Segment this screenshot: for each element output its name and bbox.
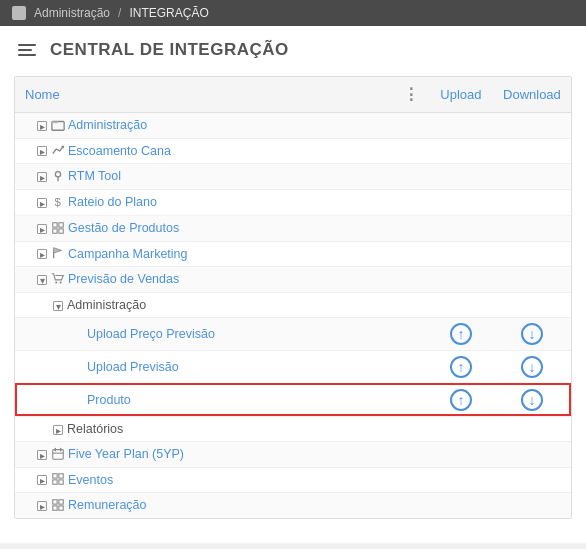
row-link[interactable]: Five Year Plan (5YP) bbox=[68, 447, 184, 461]
table-row: Upload Preço Previsão↑↓ bbox=[15, 317, 571, 350]
page-title: CENTRAL DE INTEGRAÇÃO bbox=[18, 40, 568, 60]
list-icon bbox=[18, 44, 36, 56]
expand-icon[interactable]: ▾ bbox=[37, 275, 47, 285]
breadcrumb-item-1[interactable]: Administração bbox=[34, 6, 110, 20]
row-upload-cell bbox=[429, 138, 493, 164]
download-button[interactable]: ↓ bbox=[521, 356, 543, 378]
svg-rect-14 bbox=[59, 474, 63, 478]
svg-text:$: $ bbox=[55, 196, 62, 208]
table-row[interactable]: Produto↑↓ bbox=[15, 383, 571, 416]
expand-icon[interactable]: ▸ bbox=[37, 146, 47, 156]
row-name-cell: ▸Relatórios bbox=[15, 416, 393, 441]
row-upload-cell bbox=[429, 113, 493, 139]
download-button[interactable]: ↓ bbox=[521, 323, 543, 345]
row-dots-cell bbox=[393, 493, 429, 518]
table-row: ▸Relatórios bbox=[15, 416, 571, 441]
row-link[interactable]: Upload Preço Previsão bbox=[87, 327, 215, 341]
row-link[interactable]: Escoamento Cana bbox=[68, 144, 171, 158]
svg-point-1 bbox=[55, 172, 60, 177]
row-link[interactable]: Administração bbox=[68, 118, 147, 132]
col-header-dots[interactable]: ⋮ bbox=[393, 77, 429, 113]
row-dots-cell bbox=[393, 416, 429, 441]
row-upload-cell bbox=[429, 267, 493, 293]
svg-rect-16 bbox=[59, 480, 63, 484]
upload-button[interactable]: ↑ bbox=[450, 323, 472, 345]
expand-icon[interactable]: ▸ bbox=[53, 425, 63, 435]
row-dots-cell bbox=[393, 215, 429, 241]
row-download-cell bbox=[493, 416, 571, 441]
row-upload-cell bbox=[429, 493, 493, 518]
row-link[interactable]: Produto bbox=[87, 393, 131, 407]
row-upload-cell bbox=[429, 441, 493, 467]
row-name-cell: Upload Preço Previsão bbox=[15, 317, 393, 350]
home-icon bbox=[12, 6, 26, 20]
expand-icon[interactable]: ▸ bbox=[37, 121, 47, 131]
svg-rect-4 bbox=[59, 222, 63, 226]
page-title-bar: CENTRAL DE INTEGRAÇÃO bbox=[0, 26, 586, 70]
table-row: Upload Previsão↑↓ bbox=[15, 350, 571, 383]
row-download-cell: ↓ bbox=[493, 317, 571, 350]
download-button[interactable]: ↓ bbox=[521, 389, 543, 411]
row-dots-cell bbox=[393, 441, 429, 467]
svg-rect-17 bbox=[53, 500, 57, 504]
svg-rect-5 bbox=[53, 228, 57, 232]
integration-table: Nome ⋮ Upload Download ▸Administração▸Es… bbox=[14, 76, 572, 519]
row-link[interactable]: Eventos bbox=[68, 473, 113, 487]
expand-icon[interactable]: ▸ bbox=[37, 450, 47, 460]
upload-button[interactable]: ↑ bbox=[450, 356, 472, 378]
row-name-cell: ▸Administração bbox=[15, 113, 393, 139]
expand-icon[interactable]: ▸ bbox=[37, 172, 47, 182]
row-name-cell: ▸RTM Tool bbox=[15, 164, 393, 190]
expand-icon[interactable]: ▾ bbox=[53, 301, 63, 311]
row-download-cell bbox=[493, 267, 571, 293]
expand-icon[interactable]: ▸ bbox=[37, 198, 47, 208]
row-link[interactable]: RTM Tool bbox=[68, 169, 121, 183]
svg-rect-9 bbox=[53, 449, 64, 459]
row-dots-cell bbox=[393, 467, 429, 493]
row-upload-cell bbox=[429, 190, 493, 216]
row-upload-cell bbox=[429, 416, 493, 441]
row-name-cell: ▸Gestão de Produtos bbox=[15, 215, 393, 241]
svg-point-8 bbox=[60, 281, 62, 283]
row-download-cell bbox=[493, 164, 571, 190]
table-row: ▾Administração bbox=[15, 292, 571, 317]
expand-icon[interactable]: ▸ bbox=[37, 224, 47, 234]
table-row: ▾Previsão de Vendas bbox=[15, 267, 571, 293]
row-link[interactable]: Campanha Marketing bbox=[68, 247, 188, 261]
table-row: ▸Administração bbox=[15, 113, 571, 139]
row-link[interactable]: Remuneração bbox=[68, 498, 147, 512]
row-download-cell bbox=[493, 138, 571, 164]
row-upload-cell: ↑ bbox=[429, 350, 493, 383]
main-content: CENTRAL DE INTEGRAÇÃO Nome ⋮ Upload Dow bbox=[0, 26, 586, 543]
row-link[interactable]: Upload Previsão bbox=[87, 360, 179, 374]
row-name-cell: ▸Escoamento Cana bbox=[15, 138, 393, 164]
row-upload-cell bbox=[429, 241, 493, 267]
row-dots-cell bbox=[393, 138, 429, 164]
row-dots-cell bbox=[393, 164, 429, 190]
row-label: Relatórios bbox=[67, 422, 123, 436]
table-row: ▸RTM Tool bbox=[15, 164, 571, 190]
row-dots-cell bbox=[393, 241, 429, 267]
svg-rect-18 bbox=[59, 500, 63, 504]
row-dots-cell bbox=[393, 190, 429, 216]
row-name-cell: Upload Previsão bbox=[15, 350, 393, 383]
svg-rect-20 bbox=[59, 506, 63, 510]
row-name-cell: ▸Remuneração bbox=[15, 493, 393, 518]
svg-point-7 bbox=[55, 281, 57, 283]
table-row: ▸Remuneração bbox=[15, 493, 571, 518]
row-upload-cell bbox=[429, 215, 493, 241]
expand-icon[interactable]: ▸ bbox=[37, 501, 47, 511]
row-dots-cell bbox=[393, 350, 429, 383]
row-link[interactable]: Previsão de Vendas bbox=[68, 272, 179, 286]
row-link[interactable]: Rateio do Plano bbox=[68, 195, 157, 209]
expand-icon[interactable]: ▸ bbox=[37, 249, 47, 259]
svg-rect-6 bbox=[59, 228, 63, 232]
row-dots-cell bbox=[393, 383, 429, 416]
expand-icon[interactable]: ▸ bbox=[37, 475, 47, 485]
row-dots-cell bbox=[393, 113, 429, 139]
table-row: ▸$Rateio do Plano bbox=[15, 190, 571, 216]
row-link[interactable]: Gestão de Produtos bbox=[68, 221, 179, 235]
row-name-cell: ▾Previsão de Vendas bbox=[15, 267, 393, 293]
row-upload-cell: ↑ bbox=[429, 317, 493, 350]
upload-button[interactable]: ↑ bbox=[450, 389, 472, 411]
